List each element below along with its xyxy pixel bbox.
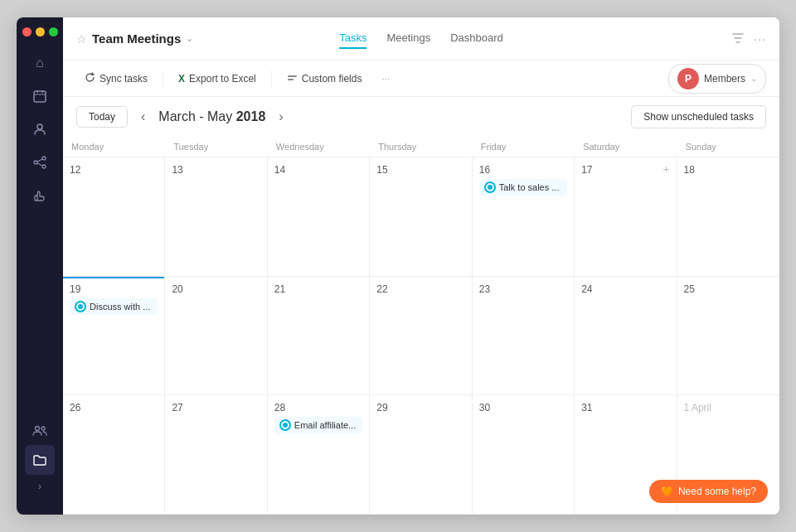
calendar-cell-2-1[interactable]: 27 <box>165 395 267 514</box>
toolbar: Sync tasks X Export to Excel Custom fiel… <box>63 60 779 97</box>
maximize-button[interactable] <box>49 27 58 36</box>
sync-icon <box>85 72 95 85</box>
task-item[interactable]: Talk to sales ... <box>479 179 567 196</box>
next-arrow-button[interactable]: › <box>274 108 288 126</box>
month-range-text: March - May <box>158 109 232 123</box>
cell-date-number: 31 <box>581 402 669 414</box>
more-toolbar-button[interactable]: ··· <box>373 69 398 89</box>
more-options-icon[interactable]: ··· <box>754 32 766 46</box>
prev-arrow-button[interactable]: ‹ <box>136 108 150 126</box>
calendar-cell-1-2[interactable]: 21 <box>268 277 370 395</box>
sidebar-top: ⌂ <box>25 48 55 382</box>
today-button[interactable]: Today <box>76 106 128 128</box>
cell-date-number: 15 <box>376 164 464 176</box>
header: ☆ Team Meetings ⌄ Tasks Meetings Dashboa… <box>63 17 779 60</box>
calendar-cell-1-0[interactable]: 19 Discuss with ... <box>63 277 165 395</box>
custom-fields-icon <box>287 72 298 85</box>
task-item[interactable]: Discuss with ... <box>70 298 158 315</box>
export-excel-button[interactable]: X Export to Excel <box>170 69 265 89</box>
cell-date-number: 26 <box>70 402 158 414</box>
calendar-days-header: Monday Tuesday Wednesday Thursday Friday… <box>63 137 779 157</box>
cell-date-number: 12 <box>70 164 158 176</box>
calendar-cell-1-6[interactable]: 25 <box>677 277 779 395</box>
day-friday: Friday <box>473 137 575 157</box>
thumbs-up-icon[interactable] <box>25 181 55 210</box>
calendar-cell-0-3[interactable]: 15 <box>370 157 472 276</box>
avatar: P <box>677 68 699 89</box>
person-icon[interactable] <box>25 114 55 144</box>
calendar-icon[interactable] <box>25 81 55 111</box>
help-button[interactable]: 🧡 Need some help? <box>649 480 768 503</box>
svg-point-6 <box>34 161 37 164</box>
main-content: ☆ Team Meetings ⌄ Tasks Meetings Dashboa… <box>63 17 779 515</box>
calendar-cell-1-1[interactable]: 20 <box>165 277 267 395</box>
tab-tasks[interactable]: Tasks <box>339 28 366 49</box>
cell-date-number: 13 <box>172 164 260 176</box>
sync-tasks-label: Sync tasks <box>100 73 148 85</box>
calendar-weeks: 1213141516 Talk to sales ... 17+1819 Dis… <box>63 157 779 515</box>
svg-line-8 <box>37 159 42 162</box>
star-icon[interactable]: ☆ <box>76 32 87 46</box>
cell-date-number: 20 <box>172 283 260 295</box>
cell-date-number: 18 <box>684 164 773 176</box>
calendar-cell-0-2[interactable]: 14 <box>268 157 370 276</box>
cell-date-number: 22 <box>376 283 464 295</box>
folder-icon[interactable] <box>25 445 55 475</box>
day-wednesday: Wednesday <box>268 137 370 157</box>
year-text: 2018 <box>236 109 266 123</box>
tab-meetings[interactable]: Meetings <box>386 28 430 49</box>
day-thursday: Thursday <box>370 137 472 157</box>
task-check-icon <box>75 301 86 312</box>
calendar-cell-2-2[interactable]: 28 Email affiliate... <box>268 395 370 514</box>
svg-line-9 <box>37 163 42 166</box>
svg-point-10 <box>36 427 40 431</box>
cell-date-number: 19 <box>70 283 158 295</box>
calendar-cell-2-0[interactable]: 26 <box>63 395 165 514</box>
heart-icon: 🧡 <box>661 486 673 497</box>
calendar-cell-2-4[interactable]: 30 <box>473 395 575 514</box>
members-button[interactable]: P Members ⌄ <box>668 64 766 94</box>
cell-date-number: 28 <box>274 402 362 414</box>
members-label: Members <box>704 73 745 85</box>
traffic-lights <box>22 27 58 36</box>
calendar-cell-2-3[interactable]: 29 <box>370 395 472 514</box>
expand-sidebar-button[interactable]: › <box>25 475 55 498</box>
task-check-icon <box>279 419 291 431</box>
home-icon[interactable]: ⌂ <box>25 48 55 78</box>
cell-date-number: 16 <box>479 164 567 176</box>
tab-dashboard[interactable]: Dashboard <box>450 28 503 49</box>
calendar-cell-0-0[interactable]: 12 <box>63 157 165 276</box>
close-button[interactable] <box>22 27 32 36</box>
calendar-cell-0-6[interactable]: 18 <box>677 157 779 276</box>
today-line-indicator <box>63 277 164 278</box>
calendar-cell-0-4[interactable]: 16 Talk to sales ... <box>473 157 575 276</box>
custom-fields-label: Custom fields <box>302 73 362 85</box>
chevron-down-icon[interactable]: ⌄ <box>186 33 193 44</box>
calendar-cell-1-5[interactable]: 24 <box>575 277 677 395</box>
members-chevron-icon: ⌄ <box>750 74 757 83</box>
sync-tasks-button[interactable]: Sync tasks <box>76 68 156 89</box>
svg-point-4 <box>37 124 42 129</box>
calendar-week-0: 1213141516 Talk to sales ... 17+18 <box>63 157 779 277</box>
export-label: Export to Excel <box>189 73 256 85</box>
minimize-button[interactable] <box>36 27 45 36</box>
project-title: Team Meetings <box>92 31 181 46</box>
sidebar-bottom: › <box>25 475 55 505</box>
day-saturday: Saturday <box>575 137 677 157</box>
share-icon[interactable] <box>25 148 55 177</box>
svg-rect-0 <box>34 91 46 102</box>
calendar-cell-0-1[interactable]: 13 <box>165 157 267 276</box>
task-item[interactable]: Email affiliate... <box>274 417 362 433</box>
filter-icon[interactable] <box>732 32 744 46</box>
excel-icon: X <box>178 73 185 85</box>
calendar-cell-1-3[interactable]: 22 <box>370 277 472 395</box>
calendar-cell-1-4[interactable]: 23 <box>473 277 575 395</box>
calendar-cell-0-5[interactable]: 17+ <box>575 157 677 276</box>
help-label: Need some help? <box>678 486 756 497</box>
add-task-icon[interactable]: + <box>663 162 669 176</box>
header-tabs: Tasks Meetings Dashboard <box>339 28 503 49</box>
toolbar-separator-2 <box>271 70 272 87</box>
users-group-icon[interactable] <box>25 415 55 445</box>
show-unscheduled-button[interactable]: Show unscheduled tasks <box>631 105 766 128</box>
custom-fields-button[interactable]: Custom fields <box>279 68 371 89</box>
